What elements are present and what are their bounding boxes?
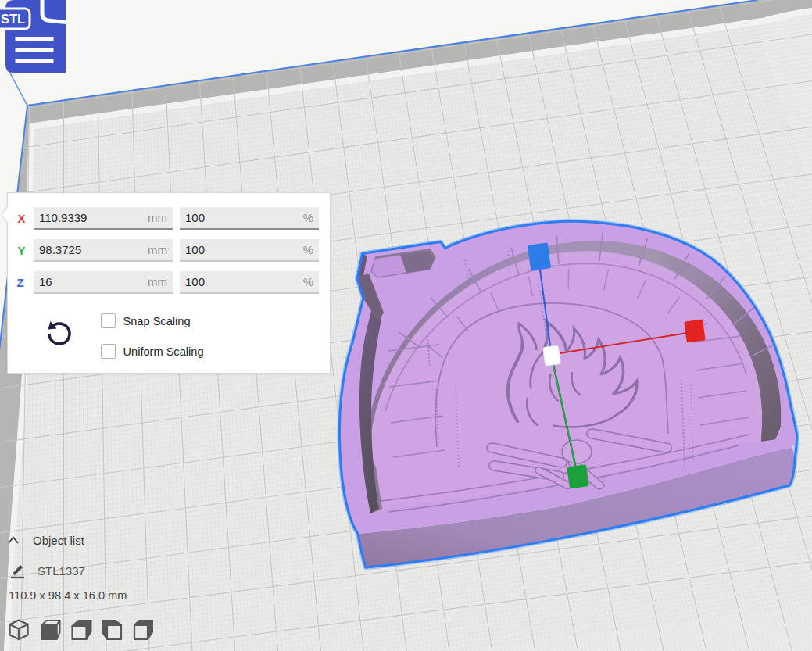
svg-text:STL: STL — [1, 12, 25, 26]
